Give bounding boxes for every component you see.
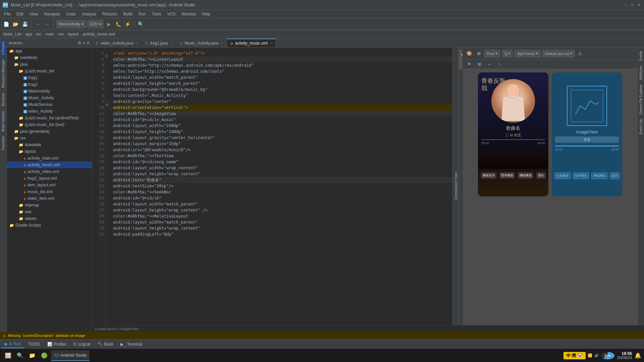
resume-button[interactable]: 继续播放 (518, 172, 533, 179)
menu-code[interactable]: Code (63, 11, 78, 17)
device-dropdown[interactable]: Pixel ▾ (484, 50, 500, 57)
tree-item[interactable]: ◈item_layout.xml (7, 182, 92, 188)
palette-button[interactable]: 🎨 (466, 50, 473, 57)
tree-item[interactable]: 📂layout (7, 148, 92, 155)
profile-button[interactable]: ⚡ (124, 20, 132, 28)
tab-close-2[interactable]: ✕ (220, 41, 223, 45)
forward-button[interactable]: → (43, 20, 51, 28)
toggle-button[interactable]: ⊞ (475, 50, 482, 57)
eye-button[interactable]: 👁 (466, 61, 473, 68)
tab-activity-music-xml[interactable]: ◈ activity_music.xml ✕ (227, 39, 276, 47)
tree-item[interactable]: ◈activity_main.xml (7, 155, 92, 162)
grid-button[interactable]: ⊞ (476, 61, 483, 68)
sidebar-settings-icon[interactable]: ⚙ (78, 41, 82, 45)
notification-button[interactable]: 🔔 (635, 352, 641, 359)
menu-window[interactable]: Window (179, 11, 199, 17)
tree-item[interactable]: Cvideo_Activity (7, 108, 92, 115)
pause-button[interactable]: 暂停播放 (499, 172, 515, 179)
tree-item[interactable]: 📁values (7, 215, 92, 222)
minimize-button[interactable]: ─ (623, 3, 628, 7)
tab-music-activity[interactable]: C Music_Activity.java ✕ (176, 39, 226, 47)
tab-close-0[interactable]: ✕ (136, 41, 138, 45)
v-arrow-button[interactable]: ↕ (496, 61, 503, 68)
menu-vcs[interactable]: VCS (165, 11, 178, 17)
debug-button[interactable]: 🐛 (114, 20, 122, 28)
tab-logcat[interactable]: 6: Logcat (70, 340, 94, 348)
tab-build[interactable]: 🔨 Build (94, 340, 116, 348)
tab-resource-manager[interactable]: Resource Manager (1, 57, 6, 90)
menu-analyze[interactable]: Analyze (79, 11, 99, 17)
tree-item[interactable]: Cfrag1 (7, 74, 92, 81)
iv-stop-button[interactable]: 结束播放 (554, 173, 571, 179)
tree-item[interactable]: 📁manifests (7, 54, 92, 61)
file-explorer-task[interactable]: 📁 (27, 350, 38, 361)
tree-item[interactable]: ◈activity_video.xml (7, 168, 92, 175)
tree-item[interactable]: 📁zj.dzh.music_list (androidTest) (7, 115, 92, 121)
tab-favorites[interactable]: Favorites (1, 134, 6, 152)
tab-project[interactable]: 1:Project (1, 40, 6, 57)
tab-build-variants[interactable]: Build Variants (1, 109, 6, 133)
tab-close-3[interactable]: ✕ (270, 42, 272, 45)
breadcrumb-item-1[interactable]: app (25, 32, 32, 37)
iv-resume-button[interactable]: 继续播放 (591, 173, 607, 179)
breadcrumb-item-4[interactable]: res (58, 32, 64, 37)
tree-item[interactable]: Cfrag2 (7, 81, 92, 88)
ime-indicator[interactable]: 中·简 🐼 (564, 352, 585, 359)
menu-run[interactable]: Run (136, 11, 149, 17)
theme-dropdown[interactable]: AppTheme ▾ (515, 50, 540, 57)
tree-item[interactable]: CMusic_Activity (7, 95, 92, 101)
tab-terminal[interactable]: ▶_ Terminal (117, 340, 146, 348)
tab-todo[interactable]: TODO (25, 340, 43, 348)
run-config-dropdown[interactable]: MainActivity ▾ (56, 20, 86, 28)
tab-attributes[interactable]: Attributes (638, 64, 643, 82)
breadcrumb-item-2[interactable]: src (36, 32, 41, 37)
tab-profiler[interactable]: 📊 Profiler (44, 340, 70, 348)
tree-item[interactable]: ◈music_list.xml (7, 188, 92, 195)
breadcrumb-item-5[interactable]: layout (68, 32, 78, 37)
tree-item[interactable]: 📁drawable (7, 141, 92, 148)
tab-close-1[interactable]: ✕ (170, 41, 172, 45)
search-button-task[interactable]: 🔍 (15, 350, 25, 361)
tab-gradle[interactable]: Gradle (638, 49, 643, 63)
sidebar-hide-icon[interactable]: ✕ (87, 41, 90, 45)
tree-item[interactable]: CMusicService (7, 101, 92, 108)
breadcrumb-item-6[interactable]: activity_music.xml (83, 32, 115, 37)
scroll-bar[interactable] (459, 48, 463, 325)
save-button[interactable]: 💾 (21, 20, 29, 28)
tree-item[interactable]: ◈video_item.xml (7, 195, 92, 202)
android-studio-task[interactable]: AS Android Studio (51, 350, 90, 361)
tree-item[interactable]: 📂java (7, 61, 92, 68)
iv-pause-button[interactable]: 暂停播放 (573, 173, 589, 179)
tab-structure[interactable]: Structure (1, 91, 6, 109)
tab-device-file-explorer[interactable]: Device File Explorer (638, 82, 643, 116)
breadcrumb-item-3[interactable]: main (45, 32, 54, 37)
sdk-dropdown[interactable]: DZH ▾ (87, 20, 104, 28)
menu-tools[interactable]: Tools (149, 11, 164, 17)
tab-frag1[interactable]: C frag1.java ✕ (142, 39, 176, 47)
close-button[interactable]: ✕ (637, 3, 641, 7)
tree-item[interactable]: 📁mipmap (7, 202, 92, 208)
tree-item[interactable]: 📁java (generated) (7, 128, 92, 135)
back-button[interactable]: ← (34, 20, 42, 28)
tab-run[interactable]: ▶ 4: Run (1, 340, 24, 348)
menu-edit[interactable]: Edit (14, 11, 26, 17)
run-button[interactable]: ▶ (105, 20, 113, 28)
tree-item[interactable]: 📁zj.dzh.music_list (test) (7, 121, 92, 128)
code-content[interactable]: 1234567891011121314151617181920212223242… (92, 48, 463, 325)
h-arrow-button[interactable]: ↔ (486, 61, 493, 68)
open-button[interactable]: 📂 (11, 20, 19, 28)
tree-item[interactable]: 📁Gradle Scripts (7, 222, 92, 229)
search-button[interactable]: 🔍 (137, 20, 145, 28)
tab-video-activity[interactable]: C video_Activity.java ✕ (92, 39, 142, 47)
sidebar-collapse-icon[interactable]: ≡ (83, 41, 85, 45)
tree-item[interactable]: CMainActivity (7, 88, 92, 95)
maximize-button[interactable]: □ (630, 3, 635, 7)
tree-item[interactable]: 📂res (7, 135, 92, 141)
tree-item[interactable]: 📂app (7, 48, 92, 54)
tab-event-log[interactable]: Event Log (638, 117, 643, 136)
menu-navigate[interactable]: Navigate (42, 11, 63, 17)
breadcrumb-item-0[interactable]: Vedio_List (3, 32, 21, 37)
exit-button[interactable]: 退出 (536, 172, 546, 179)
tree-item[interactable]: ◈frag2_layout.xml (7, 175, 92, 182)
start-button[interactable]: 🪟 (3, 350, 13, 361)
